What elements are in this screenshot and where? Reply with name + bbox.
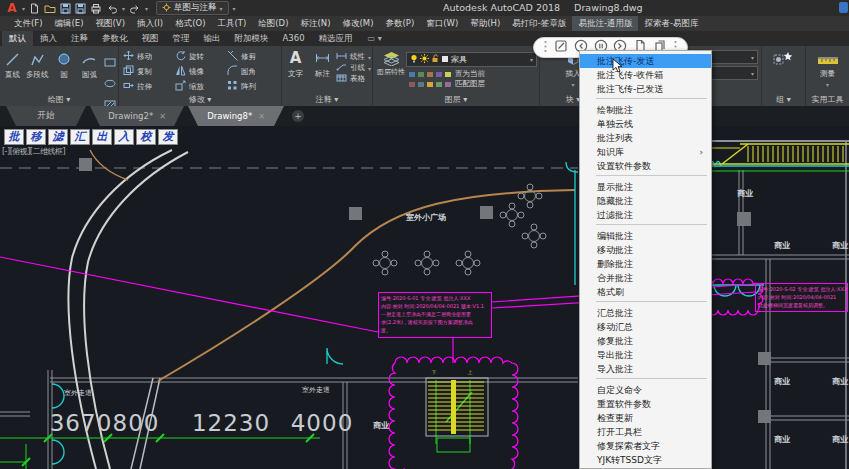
undo-icon[interactable] [106,3,118,14]
context-menu-item[interactable]: 修复探索者文字 › [580,439,711,453]
stretch-tool[interactable]: 拉伸 [123,79,175,94]
annotate-panel-label[interactable]: 注释 ▾ [282,94,372,106]
context-menu-item[interactable]: 检查更新 › [580,411,711,425]
measure-tool[interactable]: 测量 ▾ [806,46,849,88]
ribbon-tab[interactable]: 管理 [166,31,197,46]
layer-dropdown[interactable]: 家具 ▾ [406,52,537,67]
context-menu-item[interactable]: 设置软件参数 › [580,159,711,173]
menu-bar-item[interactable]: 参数(P) [379,16,420,31]
redo-icon[interactable] [129,3,141,14]
context-menu-item[interactable]: 单独云线 › [580,117,711,131]
context-menu-item[interactable]: 显示批注 › [580,180,711,194]
mirror-tool[interactable]: 镜像 [175,64,227,79]
plugin-quick-button[interactable]: 批 [4,129,24,145]
viewport-controls[interactable]: [-][俯视][二维线框] [2,146,65,157]
ribbon-display-toggle-icon[interactable]: ▭ ▾ [368,31,382,46]
menu-bar-item[interactable]: 窗口(W) [420,16,464,31]
save-as-icon[interactable] [75,3,86,14]
new-file-icon[interactable] [29,3,40,14]
file-tab[interactable]: Drawing8* ✕ [188,106,284,126]
tab-close-icon[interactable]: ✕ [258,112,265,121]
plugin-quick-button[interactable]: 发 [158,129,178,145]
set-current-layer-button[interactable]: 置为当前 [406,69,539,79]
plugin-quick-button[interactable]: 滤 [48,129,68,145]
file-tab[interactable]: Drawing2* ✕ [90,106,184,126]
rotate-tool[interactable]: 旋转 [175,49,227,64]
copy-tool[interactable]: 复制 [123,64,175,79]
context-menu-item[interactable]: YJK转TSSD文字 › [580,453,711,467]
drag-handle-icon[interactable] [543,38,548,57]
context-menu-item[interactable]: 导出批注 › [580,348,711,362]
table-tool[interactable]: 表格 [336,74,371,84]
context-menu-item[interactable]: 绘制批注 › [580,103,711,117]
plugin-quick-button[interactable]: 入 [114,129,134,145]
new-tab-button[interactable]: + [292,110,304,122]
group-panel-label[interactable]: 组 ▾ [762,94,805,106]
save-icon[interactable] [60,3,71,14]
layers-panel-label[interactable]: 图层 ▾ [373,94,539,106]
menu-bar-item[interactable]: 易打印-签章版 [506,16,572,31]
layer-properties-button[interactable]: 图层特性 [376,49,406,89]
trim-tool[interactable]: 修剪 [227,49,279,64]
menu-bar-item[interactable]: 绘图(D) [252,16,294,31]
logo-caret-icon[interactable]: ▾ [22,5,25,12]
array-tool[interactable]: 阵列 [227,79,279,94]
menu-bar-item[interactable]: 格式(O) [169,16,211,31]
infocenter-icon[interactable] [839,2,848,13]
menu-bar-item[interactable]: 修改(M) [336,16,379,31]
plugin-quick-button[interactable]: 汇 [70,129,90,145]
ribbon-tab[interactable]: 附加模块 [228,31,276,46]
move-tool[interactable]: 移动 [123,49,175,64]
redo-caret-icon[interactable]: ▾ [145,5,148,12]
menu-bar-item[interactable]: 标注(N) [294,16,336,31]
edit-annotation-icon[interactable] [554,38,568,57]
ribbon-tab[interactable]: 视图 [135,31,166,46]
workspace-selector[interactable]: 草图与注释 ▾ [156,1,229,15]
context-menu-item[interactable]: 移动批注 › [580,243,711,257]
ellipse-icon[interactable] [104,73,116,92]
menu-bar-item[interactable]: 易批注-通用版 [572,16,638,31]
plugin-quick-button[interactable]: 出 [92,129,112,145]
ribbon-tab[interactable]: 默认 [2,31,33,46]
group-icon[interactable] [773,50,795,74]
dimension-tool[interactable]: 标注 [309,49,336,84]
ribbon-tab[interactable]: 插入 [33,31,64,46]
context-menu-item[interactable]: 编辑批注 › [580,229,711,243]
print-icon[interactable] [90,3,102,14]
leader-tool[interactable]: 引线▾ [336,63,371,73]
floor-plan-canvas[interactable]: 3670800122304000室外小广场商业商业商业商业商业商业商业商业室外走… [0,126,849,469]
ribbon-tab[interactable]: 输出 [197,31,228,46]
ribbon-tab[interactable]: 精选应用 [312,31,360,46]
tab-close-icon[interactable]: ✕ [159,112,166,121]
menu-bar-item[interactable]: 工具(T) [211,16,252,31]
match-layer-button[interactable]: 匹配图层 [406,79,539,89]
plugin-quick-button[interactable]: 移 [26,129,46,145]
annotation-box-right[interactable]: 编号:2020-S-02 专业:建筑 批注人:XXX内容:校对 时间:2020/… [755,283,848,312]
line-tool[interactable]: 直线 [0,50,25,80]
context-menu-item[interactable]: 合并批注 › [580,271,711,285]
context-menu-item[interactable]: 批注飞传-收件箱 › [580,68,711,82]
context-menu-item[interactable]: 移动汇总 › [580,320,711,334]
modify-panel-label[interactable]: 修改 ▾ [119,94,281,106]
context-menu-item[interactable]: 导入批注 › [580,362,711,376]
context-menu-item[interactable]: 格式刷 › [580,285,711,299]
context-menu-item[interactable]: 汇总批注 › [580,306,711,320]
context-menu-item[interactable]: 修复批注 › [580,334,711,348]
scale-tool[interactable]: 缩放 [175,79,227,94]
arc-tool[interactable]: 圆弧 [77,50,102,80]
menu-bar-item[interactable]: 文件(F) [8,16,49,31]
text-tool[interactable]: A 文字 [282,49,309,84]
polyline-tool[interactable]: 多段线 [23,50,52,80]
context-menu-item[interactable]: 隐藏批注 › [580,194,711,208]
draw-panel-label[interactable]: 绘图 ▾ [0,94,118,106]
context-menu-item[interactable]: 自定义命令 › [580,383,711,397]
open-folder-icon[interactable] [44,3,56,14]
context-menu-item[interactable]: 打开工具栏 › [580,425,711,439]
context-menu-item[interactable]: 批注列表 › [580,131,711,145]
menu-bar-item[interactable]: 探索者-易图库 [638,16,704,31]
menu-bar-item[interactable]: 插入(I) [131,16,169,31]
rectangle-icon[interactable] [104,52,116,71]
context-menu-item[interactable]: 批注飞传-已发送 › [580,82,711,96]
ribbon-tab[interactable]: A360 [276,31,312,46]
undo-caret-icon[interactable]: ▾ [122,5,125,12]
